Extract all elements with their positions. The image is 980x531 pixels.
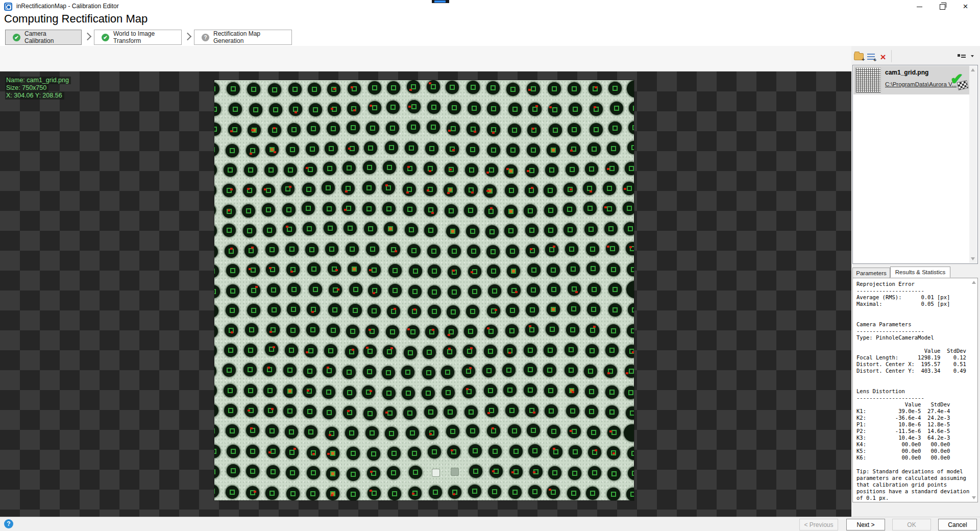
add-file-button[interactable]: +: [852, 51, 865, 63]
image-file-list[interactable]: cam1_grid.png C:\ProgramData\Aurora V...…: [852, 65, 978, 264]
scroll-down-icon[interactable]: [972, 496, 976, 499]
grid-dot: [464, 204, 477, 217]
grid-dot-square: [287, 389, 292, 394]
remove-file-button[interactable]: ×: [877, 51, 889, 63]
calibration-grid-image[interactable]: [214, 80, 634, 500]
file-list-scrollbar[interactable]: [969, 66, 977, 263]
restore-icon: [940, 4, 945, 10]
next-button[interactable]: Next >: [846, 519, 885, 530]
file-path-link[interactable]: C:\ProgramData\Aurora V...: [885, 81, 957, 87]
grid-dot-square: [248, 388, 253, 393]
minimize-icon: [917, 7, 922, 7]
grid-dot-square: [407, 207, 412, 212]
grid-dot: [485, 404, 498, 417]
grid-dot: [402, 387, 415, 400]
close-button[interactable]: ×: [954, 0, 977, 13]
add-file-list-button[interactable]: +: [865, 51, 877, 63]
grid-dot-square: [232, 127, 237, 132]
grid-dot: [408, 305, 421, 318]
grid-dot: [363, 365, 376, 378]
grid-light-square: [451, 468, 458, 475]
grid-dot: [505, 404, 519, 417]
view-mode-button[interactable]: [955, 51, 968, 63]
grid-dot: [527, 124, 541, 137]
grid-dot: [265, 487, 279, 500]
grid-dot-square: [551, 287, 556, 292]
grid-dot: [525, 224, 538, 237]
grid-dot-square: [248, 348, 253, 353]
grid-dot-square: [290, 491, 296, 496]
grid-dot: [364, 222, 377, 235]
question-circle-icon: ?: [202, 34, 209, 41]
grid-dot: [214, 465, 219, 478]
image-viewer[interactable]: Name: cam1_grid.png Size: 750x750 X: 304…: [0, 71, 851, 517]
grid-dot-square: [310, 491, 315, 496]
grid-dot-square: [428, 409, 433, 415]
grid-dot: [268, 124, 281, 137]
grid-red-mark: [447, 192, 450, 194]
grid-dot: [604, 222, 618, 235]
grid-dot-square: [551, 429, 556, 434]
grid-dot-square: [214, 107, 217, 112]
restore-button[interactable]: [931, 0, 954, 13]
grid-dot-square: [351, 451, 356, 456]
list-item[interactable]: cam1_grid.png C:\ProgramData\Aurora V...…: [853, 66, 970, 94]
grid-dot-square: [528, 348, 533, 353]
minimize-button[interactable]: [908, 0, 931, 13]
grid-dot-square: [513, 449, 519, 454]
grid-dot-square: [230, 490, 235, 495]
grid-dot-square: [491, 106, 496, 111]
folder-plus-icon: +: [854, 53, 864, 60]
grid-dot-square: [432, 289, 437, 295]
scroll-up-icon[interactable]: [972, 281, 976, 284]
grid-dot-square: [250, 469, 255, 474]
grid-dot: [607, 426, 621, 439]
grid-dot: [569, 103, 582, 116]
tab-parameters[interactable]: Parameters: [852, 268, 890, 278]
grid-dot: [627, 324, 634, 337]
grid-red-mark: [429, 82, 431, 84]
grid-dot: [343, 406, 356, 419]
grid-dot-square: [309, 247, 314, 252]
grid-dot: [262, 184, 275, 197]
grid-dot: [603, 182, 616, 195]
wizard-tab-camera-calibration[interactable]: ✔ Camera Calibration: [5, 30, 82, 45]
grid-dot: [304, 163, 317, 176]
wizard-tab-world-to-image[interactable]: ✔ World to Image Transform: [94, 30, 182, 45]
grid-dot-square: [532, 107, 537, 112]
help-icon[interactable]: ?: [4, 519, 13, 528]
grid-dot-square: [270, 428, 275, 433]
grid-dot-square: [330, 451, 335, 456]
chevron-down-icon[interactable]: [971, 55, 974, 57]
grid-dot: [589, 82, 602, 95]
grid-dot: [627, 141, 634, 154]
wizard-tab-rectification-map[interactable]: ? Rectification Map Generation: [194, 30, 292, 45]
grid-red-mark: [390, 347, 393, 349]
ok-button[interactable]: OK: [892, 519, 931, 530]
grid-dot-square: [429, 146, 434, 151]
grid-dot-square: [553, 449, 558, 454]
grid-red-mark: [344, 209, 347, 211]
grid-dot: [548, 466, 561, 479]
grid-red-mark: [231, 331, 233, 333]
grid-dot-square: [370, 430, 375, 436]
tab-results-statistics[interactable]: Results & Statistics: [890, 267, 950, 278]
grid-red-mark: [370, 105, 372, 107]
grid-red-mark: [311, 311, 314, 313]
grid-dot: [383, 161, 396, 174]
grid-dot: [223, 364, 236, 377]
grid-dot-square: [488, 388, 493, 393]
grid-dot: [401, 366, 414, 379]
grid-dot: [623, 202, 634, 215]
grid-dot: [445, 204, 458, 218]
grid-dot-square: [347, 390, 352, 395]
grid-dot: [607, 488, 620, 500]
grid-dot: [524, 204, 537, 218]
cancel-button[interactable]: Cancel: [938, 519, 977, 530]
grid-dot: [307, 262, 321, 276]
grid-dot-square: [508, 168, 513, 174]
grid-dot: [247, 284, 260, 297]
grid-dot: [344, 222, 357, 235]
grid-dot-square: [428, 207, 433, 212]
previous-button[interactable]: < Previous: [799, 519, 838, 530]
